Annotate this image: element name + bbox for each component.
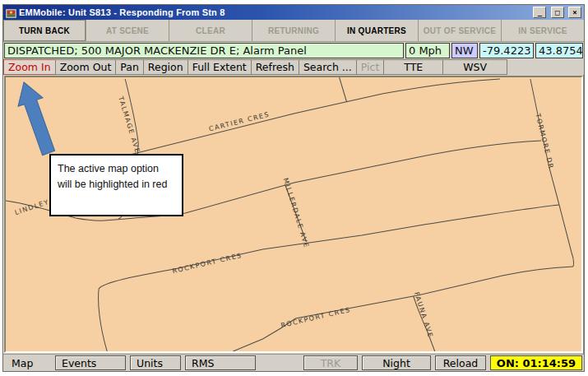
window-title: EMMobile: Unit S813 - Responding From St… xyxy=(19,7,529,17)
latitude-field: 43.8754 xyxy=(535,43,583,58)
road-tormore xyxy=(530,79,574,267)
road-rockport-lower xyxy=(233,267,573,351)
zoom-in-tool[interactable]: Zoom In xyxy=(3,59,56,75)
search-tool[interactable]: Search ... xyxy=(299,59,357,75)
events-button[interactable]: Events xyxy=(55,355,126,370)
tab-map[interactable]: Map xyxy=(5,355,51,370)
clear-button[interactable]: CLEAR xyxy=(169,20,252,41)
titlebar: EMMobile: Unit S813 - Responding From St… xyxy=(3,5,584,20)
turn-back-button[interactable]: TURN BACK xyxy=(3,20,86,41)
returning-button[interactable]: RETURNING xyxy=(252,20,336,41)
close-button[interactable]: × xyxy=(568,7,581,18)
refresh-tool[interactable]: Refresh xyxy=(251,59,299,75)
tte-tool[interactable]: TTE xyxy=(383,59,443,75)
in-service-button[interactable]: IN SERVICE xyxy=(502,20,584,41)
in-quarters-button[interactable]: IN QUARTERS xyxy=(336,20,419,41)
pan-tool[interactable]: Pan xyxy=(115,59,144,75)
speed-field: 0 Mph xyxy=(405,43,450,58)
road-cartier xyxy=(123,79,500,156)
app-icon xyxy=(6,7,16,18)
app-window: EMMobile: Unit S813 - Responding From St… xyxy=(2,4,585,372)
heading-field: NW xyxy=(451,43,478,58)
window-controls: _ □ × xyxy=(531,7,581,19)
full-extent-tool[interactable]: Full Extent xyxy=(188,59,252,75)
annotation-callout: The active map option will be highlighte… xyxy=(49,154,183,216)
night-button[interactable]: Night xyxy=(362,355,431,370)
dispatch-banner: DISPATCHED; 500 MAJOR MACKENZIE DR E; Al… xyxy=(4,43,404,58)
zoom-out-tool[interactable]: Zoom Out xyxy=(55,59,117,75)
out-of-service-button[interactable]: OUT OF SERVICE xyxy=(419,20,502,41)
road-cartier-branch xyxy=(340,77,347,102)
region-tool[interactable]: Region xyxy=(143,59,188,75)
rms-button[interactable]: RMS xyxy=(185,355,256,370)
reload-button[interactable]: Reload xyxy=(435,355,486,370)
units-button[interactable]: Units xyxy=(130,355,181,370)
longitude-field: -79.4223 xyxy=(479,43,534,58)
map-canvas[interactable]: CARTIER CRES TALMAGE AVE TORMORE DR LIND… xyxy=(4,76,583,353)
on-duty-timer: ON: 01:14:59 xyxy=(490,355,582,370)
bottom-bar-spacer xyxy=(260,355,299,370)
minimize-button[interactable]: _ xyxy=(533,7,546,18)
dispatch-status-row: DISPATCHED; 500 MAJOR MACKENZIE DR E; Al… xyxy=(3,42,584,59)
unit-status-button-row: TURN BACK AT SCENE CLEAR RETURNING IN QU… xyxy=(3,20,584,42)
maximize-button[interactable]: □ xyxy=(551,7,564,18)
wsv-tool[interactable]: WSV xyxy=(442,59,507,75)
toolbar-filler xyxy=(507,59,583,75)
at-scene-button[interactable]: AT SCENE xyxy=(86,20,169,41)
trk-button[interactable]: TRK xyxy=(303,355,358,370)
bottom-bar: Map Events Units RMS TRK Night Reload ON… xyxy=(3,354,584,371)
pict-tool[interactable]: Pict xyxy=(356,59,385,75)
map-toolbar: Zoom In Zoom Out Pan Region Full Extent … xyxy=(3,59,584,75)
